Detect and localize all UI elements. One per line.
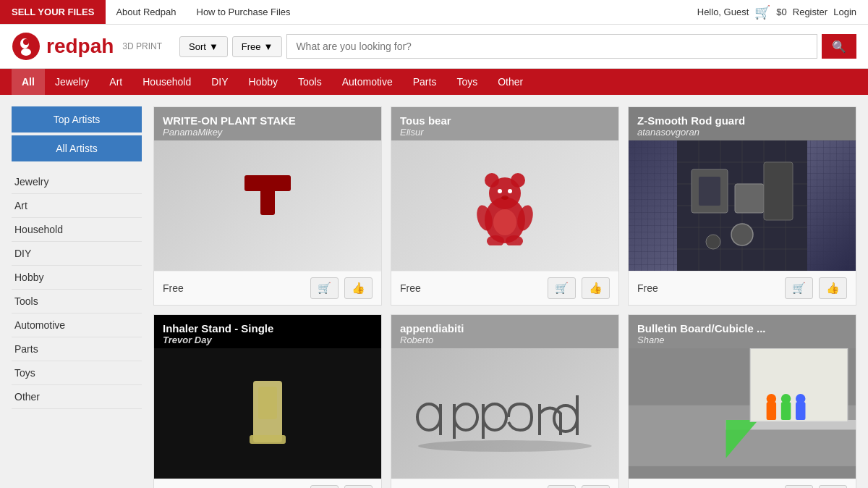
plant-stake-shape [239, 169, 297, 242]
logo-area: redpah 3D PRINT [12, 32, 162, 61]
product-image[interactable] [629, 348, 856, 479]
top-nav: SELL YOUR FILES About Redpah How to Purc… [0, 0, 868, 25]
appendiabiti-shape [411, 366, 599, 460]
product-price: Free [163, 282, 305, 294]
cat-hobby[interactable]: Hobby [239, 69, 288, 95]
product-image[interactable] [391, 348, 618, 479]
product-title: Z-Smooth Rod guard [637, 114, 847, 127]
svg-point-2 [23, 39, 29, 45]
search-icon: 🔍 [832, 40, 846, 54]
add-to-cart-button[interactable]: 🛒 [785, 277, 813, 299]
cat-diy[interactable]: DIY [201, 69, 238, 95]
product-image[interactable] [154, 348, 381, 479]
sell-files-button[interactable]: SELL YOUR FILES [0, 0, 106, 24]
add-to-cart-button[interactable]: 🛒 [548, 277, 576, 299]
purchase-link[interactable]: How to Purchase Files [187, 0, 301, 24]
sort-button[interactable]: Sort ▼ [179, 36, 228, 57]
svg-point-9 [511, 173, 525, 188]
product-footer: Free 🛒 👍 [629, 479, 856, 488]
product-author: Trevor Day [163, 335, 373, 345]
cat-household[interactable]: Household [132, 69, 201, 95]
sidebar-item-toys[interactable]: Toys [12, 361, 142, 385]
add-to-cart-button[interactable]: 🛒 [785, 485, 813, 488]
product-title: Bulletin Board/Cubicle ... [637, 322, 847, 335]
product-image[interactable] [629, 140, 856, 271]
about-link[interactable]: About Redpah [106, 0, 186, 24]
product-card: Tous bear Elisur [391, 106, 619, 306]
add-to-cart-button[interactable]: 🛒 [548, 485, 576, 488]
login-link[interactable]: Login [833, 7, 856, 17]
svg-point-12 [508, 189, 512, 193]
sidebar-item-parts[interactable]: Parts [12, 337, 142, 361]
product-title: Inhaler Stand - Single [163, 322, 373, 335]
sidebar-item-household[interactable]: Household [12, 218, 142, 242]
cat-all[interactable]: All [12, 69, 45, 95]
sidebar-item-art[interactable]: Art [12, 194, 142, 218]
like-button[interactable]: 👍 [344, 485, 373, 488]
svg-rect-59 [629, 466, 856, 479]
search-input[interactable] [286, 34, 817, 59]
top-nav-right: Hello, Guest 🛒 $0 Register Login [697, 4, 868, 20]
like-button[interactable]: 👍 [819, 485, 847, 488]
free-filter-button[interactable]: Free ▼ [232, 36, 283, 57]
sidebar-item-diy[interactable]: DIY [12, 242, 142, 266]
svg-point-33 [731, 224, 753, 245]
register-link[interactable]: Register [793, 7, 827, 17]
all-artists-button[interactable]: All Artists [12, 135, 142, 161]
cat-other[interactable]: Other [488, 69, 533, 95]
add-to-cart-button[interactable]: 🛒 [310, 485, 339, 488]
product-grid: WRITE-ON PLANT STAKE PanamaMikey Free 🛒 … [153, 106, 856, 488]
product-author: Elisur [400, 127, 610, 138]
product-card: Inhaler Stand - Single Trevor Day Free 🛒… [153, 314, 382, 488]
add-to-cart-button[interactable]: 🛒 [310, 277, 339, 299]
header-bar: redpah 3D PRINT Sort ▼ Free ▼ 🔍 [0, 25, 868, 69]
product-price: Free [400, 282, 542, 294]
product-footer: Free 🛒 👍 [391, 479, 618, 488]
svg-rect-53 [767, 402, 776, 420]
main-content: Top Artists All Artists Jewelry Art Hous… [0, 95, 868, 488]
svg-point-56 [781, 394, 791, 403]
product-author: Roberto [400, 335, 610, 345]
product-title: WRITE-ON PLANT STAKE [163, 114, 373, 127]
product-card: Bulletin Board/Cubicle ... Shane [628, 314, 856, 488]
product-author: atanasovgoran [637, 127, 847, 138]
like-button[interactable]: 👍 [582, 485, 610, 488]
svg-point-13 [501, 195, 509, 200]
product-card: Z-Smooth Rod guard atanasovgoran [628, 106, 856, 306]
svg-rect-36 [258, 387, 277, 419]
sidebar-item-automotive[interactable]: Automotive [12, 314, 142, 337]
product-image[interactable] [391, 140, 618, 271]
sidebar-item-other[interactable]: Other [12, 385, 142, 409]
svg-point-43 [483, 404, 506, 430]
logo-text: redpah [46, 35, 114, 58]
product-author: Shane [637, 335, 847, 345]
product-footer: Free 🛒 👍 [629, 271, 856, 305]
like-button[interactable]: 👍 [344, 277, 373, 299]
cat-automotive[interactable]: Automotive [332, 69, 403, 95]
bulletin-board-visual [629, 348, 856, 479]
sidebar-item-tools[interactable]: Tools [12, 290, 142, 314]
svg-point-3 [21, 49, 31, 56]
cat-tools[interactable]: Tools [288, 69, 332, 95]
like-button[interactable]: 👍 [819, 277, 847, 299]
search-button[interactable]: 🔍 [822, 34, 856, 59]
cart-icon[interactable]: 🛒 [754, 4, 770, 20]
product-card: WRITE-ON PLANT STAKE PanamaMikey Free 🛒 … [153, 106, 382, 306]
cat-toys[interactable]: Toys [446, 69, 488, 95]
svg-rect-57 [796, 402, 805, 420]
product-footer: Free 🛒 👍 [154, 479, 381, 488]
product-image[interactable] [154, 140, 381, 271]
sidebar-item-jewelry[interactable]: Jewelry [12, 170, 142, 194]
product-title: appendiabiti [400, 322, 610, 335]
cat-art[interactable]: Art [99, 69, 132, 95]
cat-parts[interactable]: Parts [403, 69, 447, 95]
svg-point-34 [706, 235, 720, 249]
rod-guard-visual [629, 140, 856, 271]
sidebar-item-hobby[interactable]: Hobby [12, 266, 142, 290]
like-button[interactable]: 👍 [582, 277, 610, 299]
top-artists-button[interactable]: Top Artists [12, 106, 142, 132]
bear-shape [472, 166, 537, 245]
product-title: Tous bear [400, 114, 610, 127]
cat-jewelry[interactable]: Jewelry [45, 69, 99, 95]
svg-point-46 [554, 405, 577, 432]
